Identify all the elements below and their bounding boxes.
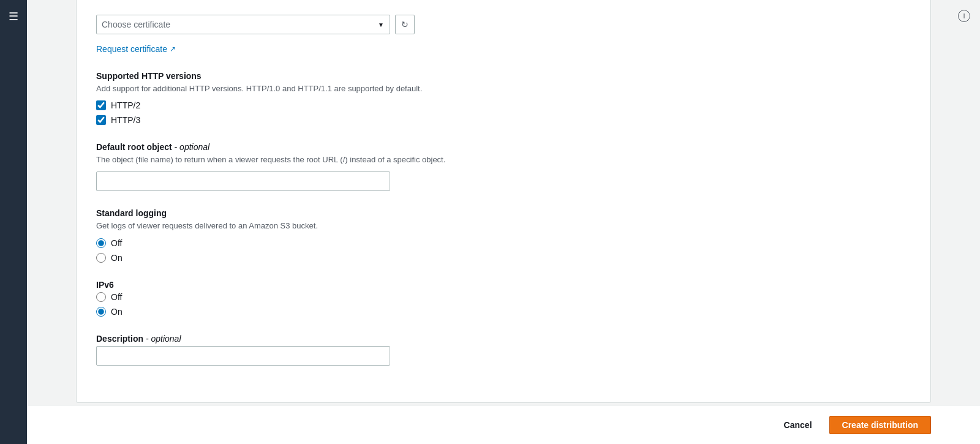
description-input[interactable] bbox=[96, 346, 390, 366]
ipv6-off-label: Off bbox=[111, 292, 122, 302]
ipv6-on-radio-item[interactable]: On bbox=[96, 307, 911, 317]
ipv6-radio-group: Off On bbox=[96, 292, 911, 317]
cancel-button[interactable]: Cancel bbox=[777, 416, 820, 434]
footer-bar: Cancel Create distribution bbox=[27, 405, 980, 444]
http2-checkbox-item[interactable]: HTTP/2 bbox=[96, 100, 911, 110]
ipv6-section: IPv6 Off On bbox=[96, 280, 911, 317]
ipv6-off-radio-item[interactable]: Off bbox=[96, 292, 911, 302]
ipv6-off-radio[interactable] bbox=[96, 292, 106, 302]
default-root-object-description: The object (file name) to return when a … bbox=[96, 154, 911, 165]
request-certificate-link[interactable]: Request certificate ↗ bbox=[96, 44, 176, 54]
default-root-object-input[interactable] bbox=[96, 171, 390, 191]
http3-label: HTTP/3 bbox=[111, 115, 140, 125]
info-icon[interactable]: i bbox=[958, 10, 970, 22]
logging-off-label: Off bbox=[111, 238, 122, 248]
hamburger-icon: ☰ bbox=[9, 10, 18, 23]
http-versions-description: Add support for additional HTTP versions… bbox=[96, 83, 911, 94]
http2-label: HTTP/2 bbox=[111, 100, 140, 110]
http2-checkbox[interactable] bbox=[96, 100, 106, 110]
logging-off-radio[interactable] bbox=[96, 238, 106, 248]
logging-on-label: On bbox=[111, 253, 123, 263]
logging-on-radio[interactable] bbox=[96, 253, 106, 263]
http3-checkbox[interactable] bbox=[96, 115, 106, 125]
standard-logging-section: Standard logging Get logs of viewer requ… bbox=[96, 208, 911, 262]
request-cert-label: Request certificate bbox=[96, 44, 167, 54]
form-panel: Choose certificate ▼ ↻ Request certifica… bbox=[76, 0, 931, 403]
standard-logging-radio-group: Off On bbox=[96, 238, 911, 263]
certificate-row: Choose certificate ▼ ↻ bbox=[96, 15, 911, 34]
ipv6-title: IPv6 bbox=[96, 280, 911, 290]
sidebar-toggle[interactable]: ☰ bbox=[0, 0, 27, 444]
standard-logging-title: Standard logging bbox=[96, 208, 911, 218]
main-content: Choose certificate ▼ ↻ Request certifica… bbox=[27, 0, 980, 444]
http-versions-title: Supported HTTP versions bbox=[96, 71, 911, 81]
certificate-select[interactable]: Choose certificate bbox=[96, 15, 390, 34]
certificate-select-wrapper: Choose certificate ▼ bbox=[96, 15, 390, 34]
create-distribution-button[interactable]: Create distribution bbox=[829, 416, 931, 434]
logging-on-radio-item[interactable]: On bbox=[96, 253, 911, 263]
description-section: Description - optional bbox=[96, 334, 911, 366]
http-versions-checkbox-group: HTTP/2 HTTP/3 bbox=[96, 100, 911, 125]
ipv6-on-radio[interactable] bbox=[96, 307, 106, 317]
refresh-icon: ↻ bbox=[401, 20, 409, 29]
description-title: Description - optional bbox=[96, 334, 911, 344]
content-area: Choose certificate ▼ ↻ Request certifica… bbox=[27, 0, 980, 405]
default-root-object-section: Default root object - optional The objec… bbox=[96, 142, 911, 191]
refresh-button[interactable]: ↻ bbox=[395, 15, 415, 34]
standard-logging-description: Get logs of viewer requests delivered to… bbox=[96, 220, 911, 231]
external-link-icon: ↗ bbox=[170, 45, 176, 53]
http3-checkbox-item[interactable]: HTTP/3 bbox=[96, 115, 911, 125]
ipv6-on-label: On bbox=[111, 307, 123, 317]
scroll-content: Choose certificate ▼ ↻ Request certifica… bbox=[27, 0, 980, 405]
default-root-object-title: Default root object - optional bbox=[96, 142, 911, 152]
http-versions-section: Supported HTTP versions Add support for … bbox=[96, 71, 911, 125]
logging-off-radio-item[interactable]: Off bbox=[96, 238, 911, 248]
